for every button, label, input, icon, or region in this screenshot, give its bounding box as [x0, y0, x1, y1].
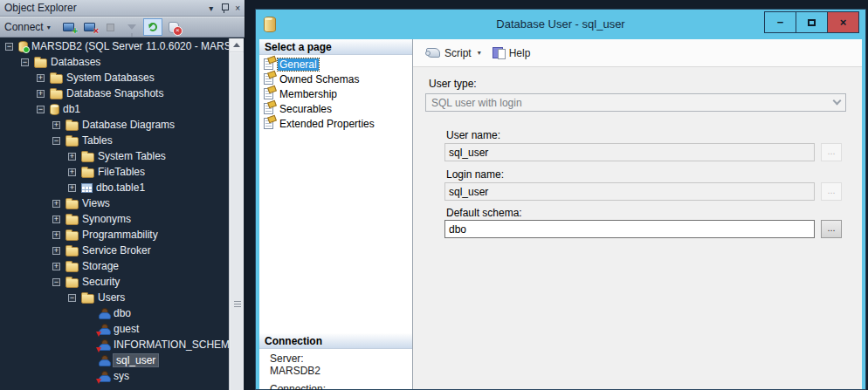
maximize-button[interactable]: [796, 11, 828, 33]
deny-arrow-icon: [96, 332, 101, 337]
tree-item-storage[interactable]: Storage: [0, 258, 230, 274]
scrollbar-thumb[interactable]: [231, 53, 243, 390]
expand-icon[interactable]: [37, 90, 45, 98]
filter-button[interactable]: [122, 18, 141, 36]
folder-icon: [65, 247, 79, 257]
collapse-icon[interactable]: [52, 278, 60, 286]
tree-item-user-sys[interactable]: sys: [0, 368, 230, 384]
minimize-icon: −: [777, 16, 784, 29]
page-item-extended-properties[interactable]: Extended Properties: [259, 116, 412, 131]
page-item-general[interactable]: General: [259, 57, 412, 72]
object-explorer-panel: Object Explorer ▾ × Connect ▾ MARSDB2 (S…: [0, 0, 245, 390]
user-icon: [98, 354, 110, 366]
user-name-label: User name:: [446, 129, 500, 141]
dialog-titlebar[interactable]: Database User - sql_user − ×: [256, 10, 865, 38]
tree-item-synonyms[interactable]: Synonyms: [0, 211, 230, 227]
help-button[interactable]: Help: [488, 44, 535, 62]
expand-icon[interactable]: [68, 153, 76, 161]
tree-item-tables[interactable]: Tables: [0, 133, 230, 148]
tree-item-server[interactable]: MARSDB2 (SQL Server 11.0.6020 - MARSD: [0, 38, 230, 54]
chevron-down-icon: ▾: [47, 24, 51, 31]
tree-item-views[interactable]: Views: [0, 195, 230, 211]
table-icon: [81, 183, 93, 193]
refresh-button[interactable]: [143, 18, 162, 36]
page-icon: [264, 118, 273, 129]
expand-icon[interactable]: [52, 231, 60, 239]
tree-item-security[interactable]: Security: [0, 274, 230, 290]
tree-item-user-dbo[interactable]: dbo: [0, 305, 230, 321]
expand-icon[interactable]: [52, 216, 60, 223]
expand-icon[interactable]: [52, 121, 60, 129]
page-icon: [264, 73, 273, 85]
stop-icon: [107, 24, 114, 31]
page-item-securables[interactable]: Securables: [259, 101, 412, 116]
tree-item-databases[interactable]: Databases: [0, 54, 230, 70]
connect-button[interactable]: Connect ▾: [4, 21, 51, 33]
tree-item-dbo-table1[interactable]: dbo.table1: [0, 180, 230, 195]
script-error-button[interactable]: [164, 18, 183, 36]
collapse-icon[interactable]: [21, 58, 29, 66]
script-button[interactable]: Script: [422, 44, 476, 62]
page-item-membership[interactable]: Membership: [259, 86, 412, 101]
object-explorer-titlebar: Object Explorer ▾ ×: [0, 0, 245, 17]
tree-item-system-tables[interactable]: System Tables: [0, 148, 230, 164]
database-user-dialog: Database User - sql_user − × Select a pa…: [255, 9, 866, 390]
script-dropdown-icon[interactable]: ▾: [478, 49, 481, 57]
database-icon: [50, 104, 59, 115]
tree-item-database-diagrams[interactable]: Database Diagrams: [0, 117, 230, 133]
refresh-icon: [148, 23, 157, 31]
expand-icon[interactable]: [52, 263, 60, 270]
deny-arrow-icon: [96, 379, 101, 384]
tree-item-user-information-schema[interactable]: INFORMATION_SCHEM: [0, 337, 230, 352]
tree-item-db1[interactable]: db1: [0, 101, 230, 117]
tree-scrollbar[interactable]: [229, 38, 244, 390]
connect-server-button[interactable]: [59, 18, 79, 36]
minimize-button[interactable]: −: [764, 11, 796, 33]
disconnect-server-icon: [84, 23, 95, 31]
select-a-page-pane: Select a page General Owned Schemas Memb…: [259, 39, 413, 389]
tree-item-programmability[interactable]: Programmability: [0, 227, 230, 243]
tree-item-database-snapshots[interactable]: Database Snapshots: [0, 86, 230, 101]
object-explorer-tree: MARSDB2 (SQL Server 11.0.6020 - MARSD Da…: [0, 38, 230, 390]
connection-label: Connection:: [270, 383, 326, 390]
expand-icon[interactable]: [37, 74, 45, 82]
tree-item-service-broker[interactable]: Service Broker: [0, 243, 230, 258]
folder-icon: [65, 216, 79, 225]
pin-icon[interactable]: [220, 3, 229, 14]
page-item-owned-schemas[interactable]: Owned Schemas: [259, 72, 412, 86]
expand-icon[interactable]: [52, 247, 60, 255]
tree-item-user-sql-user[interactable]: sql_user: [0, 352, 230, 368]
chevron-down-icon: [833, 97, 842, 106]
tree-item-filetables[interactable]: FileTables: [0, 164, 230, 180]
collapse-icon[interactable]: [37, 106, 45, 113]
scroll-up-icon[interactable]: [230, 38, 244, 52]
tree-item-users[interactable]: Users: [0, 290, 230, 305]
window-buttons: − ×: [765, 11, 859, 33]
expand-icon[interactable]: [52, 200, 60, 208]
general-page-pane: Script ▾ Help User type: SQL user with l…: [413, 39, 862, 389]
user-type-label: User type:: [429, 78, 477, 90]
object-explorer-title: Object Explorer: [4, 2, 203, 14]
script-error-icon: [169, 22, 179, 33]
tree-item-system-databases[interactable]: System Databases: [0, 70, 230, 86]
folder-icon: [50, 74, 63, 84]
collapse-icon[interactable]: [52, 137, 60, 145]
collapse-icon[interactable]: [5, 43, 13, 51]
disconnect-server-button[interactable]: [80, 18, 100, 36]
close-button[interactable]: ×: [827, 11, 859, 33]
default-schema-input[interactable]: [444, 220, 815, 238]
user-icon: [98, 307, 110, 319]
folder-icon: [65, 278, 79, 288]
tree-item-user-guest[interactable]: guest: [0, 321, 230, 337]
folder-icon: [81, 294, 94, 304]
expand-icon[interactable]: [68, 168, 76, 176]
default-schema-browse-button[interactable]: ...: [821, 220, 842, 238]
filter-icon: [127, 24, 136, 30]
close-icon[interactable]: ×: [235, 3, 240, 14]
window-position-menu-icon[interactable]: ▾: [209, 3, 213, 13]
expand-icon[interactable]: [68, 184, 76, 192]
collapse-icon[interactable]: [68, 294, 76, 302]
server-value: MARSDB2: [270, 365, 320, 377]
script-icon: [426, 48, 440, 58]
help-icon: [493, 47, 503, 58]
